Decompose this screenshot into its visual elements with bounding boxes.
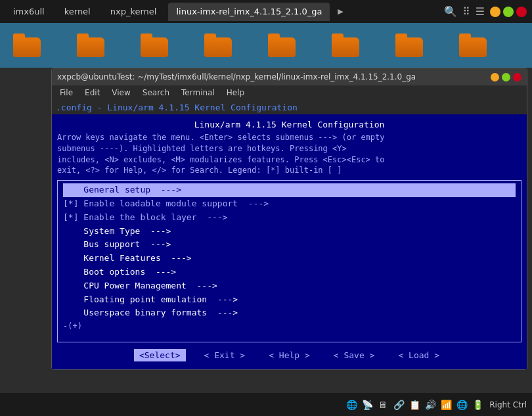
terminal-close-button[interactable] <box>513 73 521 81</box>
kconfig-item-system-type[interactable]: System Type ---> <box>63 225 516 239</box>
dotconfig-label: .config - Linux/arm 4.1.15 Kernel Config… <box>56 103 298 112</box>
menu-search[interactable]: Search <box>137 85 175 100</box>
terminal-titlebar: xxpcb@ubuntuTest: ~/myTest/imx6ull/kerne… <box>52 68 527 85</box>
sys-icon-6: 🔊 <box>424 398 437 411</box>
select-button[interactable]: <Select> <box>134 349 186 361</box>
taskbar-top: imx6ull kernel nxp_kernel linux-imx-rel_… <box>0 0 532 23</box>
window-controls <box>490 7 527 17</box>
menu-view[interactable]: View <box>106 85 135 100</box>
kconfig-item-bus-support[interactable]: Bus support ---> <box>63 238 516 252</box>
minimize-button[interactable] <box>490 7 500 17</box>
taskbar-bottom: 🌐 📡 🖥 🔗 📋 🔊 📶 🌐 🔋 Right Ctrl <box>0 393 532 416</box>
tab-linux-imx[interactable]: linux-imx-rel_imx_4.1.15_2.1.0_ga <box>168 3 330 21</box>
sys-icon-4: 🔗 <box>392 398 405 411</box>
save-button[interactable]: < Save > <box>328 349 380 361</box>
sys-icon-5: 📋 <box>408 398 421 411</box>
menu-dots-icon[interactable]: ⠿ <box>462 5 470 18</box>
exit-button[interactable]: < Exit > <box>199 349 251 361</box>
tab-more-arrow[interactable]: ▶ <box>334 3 347 21</box>
kconfig-info-line-4: exit, <?> for Help, </> for Search. Lege… <box>57 165 521 176</box>
kconfig-list-container[interactable]: General setup ---> [*] Enable loadable m… <box>57 180 521 342</box>
taskbar-right-controls: 🔍 ⠿ ☰ <box>444 5 527 18</box>
terminal-maximize-button[interactable] <box>502 73 510 81</box>
desktop-folder-7[interactable] <box>395 34 423 57</box>
kconfig-item-kernel-features[interactable]: Kernel Features ---> <box>63 252 516 266</box>
sys-icon-9: 🔋 <box>471 398 484 411</box>
kconfig-info-line-3: includes, <N> excludes, <M> modularizes … <box>57 154 521 166</box>
kconfig-plus-indicator: -(+) <box>63 321 516 331</box>
kconfig-info: Arrow keys navigate the menu. <Enter> se… <box>57 132 521 176</box>
tab-imx6ull[interactable]: imx6ull <box>5 3 53 21</box>
sys-icon-8: 🌐 <box>455 398 468 411</box>
terminal-title: xxpcb@ubuntuTest: ~/myTest/imx6ull/kerne… <box>57 72 485 81</box>
sys-icon-1: 🌐 <box>345 398 358 411</box>
kconfig-item-floating-point[interactable]: Floating point emulation ---> <box>63 293 516 307</box>
tab-nxp-kernel[interactable]: nxp_kernel <box>102 3 165 21</box>
kconfig-item-cpu-power[interactable]: CPU Power Management ---> <box>63 279 516 293</box>
kconfig-title: Linux/arm 4.1.15 Kernel Configuration <box>57 120 521 129</box>
kconfig-item-loadable-module[interactable]: [*] Enable loadable module support ---> <box>63 197 516 211</box>
menu-terminal[interactable]: Terminal <box>176 85 220 100</box>
kconfig-item-general-setup[interactable]: General setup ---> <box>63 183 516 197</box>
terminal-window: xxpcb@ubuntuTest: ~/myTest/imx6ull/kerne… <box>51 68 527 370</box>
kconfig-info-line-1: Arrow keys navigate the menu. <Enter> se… <box>57 132 521 143</box>
maximize-button[interactable] <box>503 7 514 17</box>
search-icon[interactable]: 🔍 <box>444 5 457 18</box>
kconfig-item-block-layer[interactable]: [*] Enable the block layer ---> <box>63 211 516 225</box>
sys-icon-3: 🖥 <box>376 398 389 411</box>
menu-file[interactable]: File <box>55 85 78 100</box>
desktop <box>0 23 532 68</box>
desktop-folder-2[interactable] <box>77 34 104 57</box>
terminal-minimize-button[interactable] <box>491 73 499 81</box>
close-button[interactable] <box>516 7 527 17</box>
terminal-window-controls <box>491 73 521 81</box>
menu-help[interactable]: Help <box>221 85 250 100</box>
sys-icon-2: 📡 <box>361 398 374 411</box>
desktop-folder-5[interactable] <box>268 34 296 57</box>
menu-edit[interactable]: Edit <box>79 85 105 100</box>
hamburger-icon[interactable]: ☰ <box>476 5 485 18</box>
load-button[interactable]: < Load > <box>393 349 445 361</box>
sys-icon-7: 📶 <box>439 398 453 411</box>
help-button[interactable]: < Help > <box>263 349 315 361</box>
desktop-folder-1[interactable] <box>13 34 41 57</box>
dotconfig-bar: .config - Linux/arm 4.1.15 Kernel Config… <box>52 100 527 114</box>
kconfig-item-boot-options[interactable]: Boot options ---> <box>63 266 516 279</box>
desktop-folder-4[interactable] <box>204 34 232 57</box>
terminal-menubar: File Edit View Search Terminal Help <box>52 85 527 100</box>
kconfig-list: General setup ---> [*] Enable loadable m… <box>63 183 516 320</box>
desktop-folder-6[interactable] <box>332 34 359 57</box>
tab-kernel[interactable]: kernel <box>56 3 99 21</box>
kconfig-info-line-2: submenus ----). Highlighted letters are … <box>57 143 521 154</box>
kconfig-buttons: <Select> < Exit > < Help > < Save > < Lo… <box>57 346 521 364</box>
kconfig-dialog: Linux/arm 4.1.15 Kernel Configuration Ar… <box>52 114 527 369</box>
right-ctrl-label: Right Ctrl <box>489 400 527 409</box>
desktop-folder-8[interactable] <box>459 34 487 57</box>
kconfig-item-userspace[interactable]: Userspace binary formats ---> <box>63 306 516 320</box>
desktop-folder-3[interactable] <box>141 34 168 57</box>
